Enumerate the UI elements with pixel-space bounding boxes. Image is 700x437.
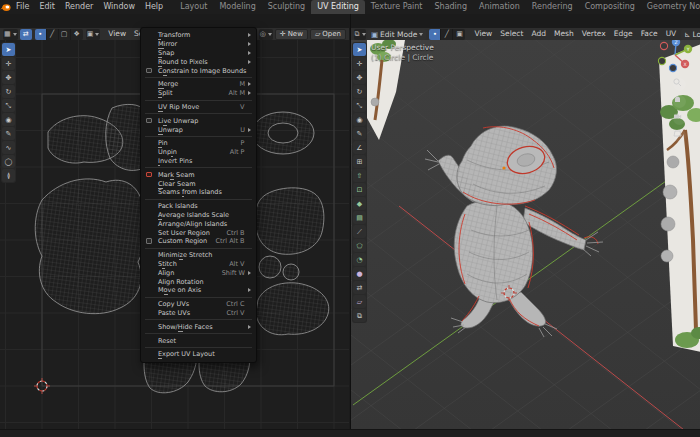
smooth-tool-icon[interactable]: ● [353, 267, 366, 280]
uv-island-eye-a[interactable] [259, 256, 281, 278]
vertex-select-mode[interactable]: ∙ [429, 29, 441, 40]
workspace-tab-animation[interactable]: Animation [473, 0, 526, 14]
edge-slide-tool-icon[interactable]: ⇄ [353, 281, 366, 294]
menu-item-live-unwrap[interactable]: Live Unwrap [141, 116, 256, 125]
menu-item-custom-region[interactable]: Custom RegionCtrl Alt B [141, 237, 256, 246]
workspace-tab-geometry-nodes[interactable]: Geometry Nodes [641, 0, 700, 14]
topbar-menu-window[interactable]: Window [98, 0, 140, 14]
shear-tool-icon[interactable]: ▱ [353, 295, 366, 308]
menu-item-constrain-to-image-bounds[interactable]: Constrain to Image Bounds [141, 66, 256, 75]
uv-island-cheek[interactable] [256, 188, 324, 254]
relax-brush-tool-icon[interactable]: ◯ [2, 155, 15, 168]
editor-type-dropdown[interactable]: ▦ [3, 29, 18, 40]
blender-logo-icon[interactable] [0, 3, 11, 12]
transform-orientation-dropdown[interactable]: ⊾ Local [681, 29, 700, 40]
viewport-menu-view[interactable]: View [470, 28, 496, 40]
workspace-tab-layout[interactable]: Layout [174, 0, 213, 14]
scale-tool-icon[interactable]: ⤡ [353, 99, 366, 112]
editor-type-dropdown[interactable]: ⧉ [354, 29, 366, 40]
annotate-tool-icon[interactable]: ✎ [2, 127, 15, 140]
select-box-tool-icon[interactable]: ➤ [353, 43, 366, 56]
menu-item-unpin[interactable]: UnpinAlt P [141, 148, 256, 157]
menu-item-align[interactable]: AlignShift W [141, 268, 256, 277]
menu-item-unwrap[interactable]: UnwrapU [141, 125, 256, 134]
workspace-tab-uv-editing[interactable]: UV Editing [311, 0, 365, 14]
menu-item-move-on-axis[interactable]: Move on Axis [141, 286, 256, 295]
menu-item-split[interactable]: SplitAlt M [141, 89, 256, 98]
uv-island-head[interactable] [35, 179, 146, 314]
uv-island-leg-right[interactable] [256, 283, 329, 335]
viewport-menu-vertex[interactable]: Vertex [578, 28, 610, 40]
scale-tool-icon[interactable]: ⤡ [2, 99, 15, 112]
viewport-menu-uv[interactable]: UV [662, 28, 681, 40]
uv-menu-view[interactable]: View [104, 28, 130, 40]
menu-item-transform[interactable]: Transform [141, 31, 256, 40]
tweak-select-tool-icon[interactable]: ➤ [2, 43, 15, 56]
mode-selector-dropdown[interactable]: ▣ Edit Mode [368, 29, 426, 40]
rip-region-tool-icon[interactable]: ⧉ [353, 309, 366, 322]
viewport-menu-select[interactable]: Select [496, 28, 527, 40]
menu-item-arrange-align-islands[interactable]: Arrange/Align Islands [141, 219, 256, 228]
menu-item-set-user-region[interactable]: Set User RegionCtrl B [141, 228, 256, 237]
menu-item-seams-from-islands[interactable]: Seams from Islands [141, 188, 256, 197]
add-cube-tool-icon[interactable]: ⊞ [353, 155, 366, 168]
spin-tool-icon[interactable]: ◔ [353, 253, 366, 266]
menu-item-pack-islands[interactable]: Pack Islands [141, 202, 256, 211]
topbar-menu-render[interactable]: Render [60, 0, 98, 14]
pinch-brush-tool-icon[interactable]: ≬ [2, 169, 15, 182]
move-view-icon[interactable] [673, 95, 686, 108]
workspace-tab-compositing[interactable]: Compositing [579, 0, 641, 14]
menu-item-merge[interactable]: MergeM [141, 80, 256, 89]
edge-select-mode[interactable]: ╱ [441, 29, 453, 40]
rotate-tool-icon[interactable]: ↻ [353, 85, 366, 98]
viewport-menu-add[interactable]: Add [527, 28, 550, 40]
topbar-menu-file[interactable]: File [11, 0, 34, 14]
grab-brush-tool-icon[interactable]: ∿ [2, 141, 15, 154]
workspace-tab-shading[interactable]: Shading [428, 0, 473, 14]
extrude-region-tool-icon[interactable]: ⇧ [353, 169, 366, 182]
uv-island-select[interactable]: ❖ [71, 29, 83, 40]
cursor-tool-icon[interactable]: ✛ [2, 57, 15, 70]
menu-item-mirror[interactable]: Mirror [141, 40, 256, 49]
menu-item-paste-uvs[interactable]: Paste UVsCtrl V [141, 309, 256, 318]
gizmo-x-neg[interactable] [660, 42, 667, 49]
viewport-canvas[interactable]: Z Y X User Perspective (1) Circle | Circ… [351, 40, 700, 429]
transform-tool-icon[interactable]: ◉ [2, 113, 15, 126]
uv-face-select[interactable]: ▢ [59, 29, 71, 40]
topbar-menu-help[interactable]: Help [140, 0, 168, 14]
menu-item-snap[interactable]: Snap [141, 49, 256, 58]
uv-island-eye-ring[interactable] [252, 112, 314, 154]
proportional-editing-icon[interactable]: ◎ [259, 29, 273, 40]
menu-item-invert-pins[interactable]: Invert Pins [141, 157, 256, 166]
menu-item-minimize-stretch[interactable]: Minimize Stretch [141, 251, 256, 260]
cursor-tool-icon[interactable]: ✛ [353, 57, 366, 70]
loop-cut-tool-icon[interactable]: ▤ [353, 211, 366, 224]
zoom-view-icon[interactable] [673, 78, 686, 91]
menu-item-pin[interactable]: PinP [141, 139, 256, 148]
menu-item-clear-seam[interactable]: Clear Seam [141, 179, 256, 188]
rotate-tool-icon[interactable]: ↻ [2, 85, 15, 98]
uv-sync-selection-toggle[interactable]: ⇄ [20, 29, 32, 40]
uv-island-arm-2[interactable] [106, 104, 144, 170]
workspace-tab-texture-paint[interactable]: Texture Paint [365, 0, 429, 14]
move-tool-icon[interactable]: ✥ [353, 71, 366, 84]
measure-tool-icon[interactable]: ∠ [353, 141, 366, 154]
face-select-mode[interactable]: ▣ [453, 29, 465, 40]
menu-item-average-islands-scale[interactable]: Average Islands Scale [141, 211, 256, 220]
uv-edge-select[interactable]: ╱ [47, 29, 59, 40]
transform-tool-icon[interactable]: ◉ [353, 113, 366, 126]
viewport-menu-face[interactable]: Face [637, 28, 662, 40]
workspace-tab-modeling[interactable]: Modeling [213, 0, 261, 14]
bevel-tool-icon[interactable]: ◆ [353, 197, 366, 210]
viewport-menu-mesh[interactable]: Mesh [550, 28, 578, 40]
knife-tool-icon[interactable]: ⟋ [353, 225, 366, 238]
move-tool-icon[interactable]: ✥ [2, 71, 15, 84]
uv-vertex-select[interactable]: ∙ [35, 29, 47, 40]
menu-item-reset[interactable]: Reset [141, 336, 256, 345]
gizmo-y-neg[interactable] [658, 57, 665, 64]
gizmo-z-neg[interactable] [669, 64, 676, 71]
inset-faces-tool-icon[interactable]: ⊡ [353, 183, 366, 196]
camera-view-icon[interactable] [673, 112, 686, 125]
image-new-button[interactable]: ✛New [275, 29, 308, 40]
perspective-toggle-icon[interactable] [673, 129, 686, 142]
